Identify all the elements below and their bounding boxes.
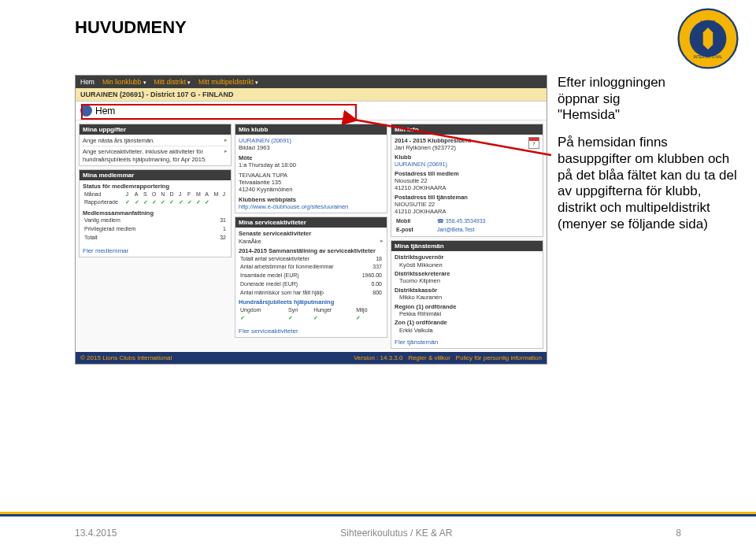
panel-mina-medlemmar: Mina medlemmar — [80, 170, 231, 180]
blue-navbar: Hem Min lionklubb Mitt distrikt Mitt mul… — [76, 76, 547, 88]
klubb-label: Klubb — [395, 154, 411, 161]
footer-date: 13.4.2015 — [75, 528, 117, 539]
mote-venue: TEIVAALAN TUPA — [239, 172, 384, 179]
embedded-screenshot: Hem Min lionklubb Mitt distrikt Mitt mul… — [75, 75, 547, 365]
fler-medlemmar-link[interactable]: Fler medlemmar — [80, 245, 231, 257]
regler-link[interactable]: Regler & villkor — [408, 354, 450, 361]
mote-tid: 1:a Thursday at 18:00 — [239, 161, 384, 168]
samm-label: 2014-2015 Sammanställning av serviceakti… — [239, 247, 376, 254]
side-p1-l1: Efter inloggningen — [558, 75, 665, 90]
svg-text:LIONS: LIONS — [700, 19, 715, 24]
task1: Ange nästa års tjänstemän. — [83, 137, 154, 144]
pmed-label: Postadress till medlem — [395, 170, 459, 177]
svg-text:INTERNATIONAL: INTERNATIONAL — [694, 55, 723, 59]
footer-center: Sihteerikoulutus / KE & AR — [340, 528, 452, 539]
nav-dist[interactable]: Mitt distrikt — [154, 78, 191, 86]
pres-label: 2014 - 2015 Klubbpresident — [395, 137, 471, 144]
policy-link[interactable]: Policy för personlig information — [456, 354, 542, 361]
summary-head: Medlemssammanfattning — [83, 209, 154, 217]
hem-label: Hem — [95, 106, 115, 117]
chevron-right-icon[interactable]: ▸ — [224, 137, 228, 144]
calendar-icon[interactable]: 7 — [528, 137, 539, 149]
fler-tjansteman-link[interactable]: Fler tjänstemän — [391, 336, 543, 348]
context-bar: UURAINEN (20691) - District 107 G - FINL… — [76, 88, 547, 102]
panel-mina-uppgifter: Mina uppgifter — [80, 124, 231, 135]
lion-icon — [80, 105, 92, 117]
hem-row: Hem — [76, 102, 547, 120]
nav-hem[interactable]: Hem — [80, 78, 94, 86]
fler-service-link[interactable]: Fler serviceaktiviteter — [235, 325, 387, 337]
web-head: Klubbens webbplats — [239, 196, 296, 203]
task2: Ange serviceaktiviteter, inklusive aktiv… — [83, 148, 222, 163]
pres-val: Jari Rytkönen (923772) — [395, 144, 471, 151]
copy1: © 2015 Lions Clubs International — [80, 354, 172, 361]
web-url[interactable]: http://www.e-clubhouse.org/sites/uuraine… — [239, 203, 384, 210]
panel-tjansteman: Mina tjänstemän — [391, 241, 543, 251]
nav-klubb[interactable]: Min lionklubb — [102, 78, 146, 86]
side-p1-l3: "Hemsida" — [558, 107, 620, 122]
mote-addr2: 41240 Kyynämöinen — [239, 186, 384, 193]
senaste-label: Senaste serviceaktiviteter — [239, 230, 311, 237]
page-footer: 13.4.2015 Sihteerikoulutus / KE & AR 8 — [0, 528, 756, 539]
klubb-name[interactable]: UURAINEN (20691) — [239, 137, 384, 144]
ptj-label: Postadress till tjänsteman — [395, 194, 468, 201]
chevron-right-icon[interactable]: ▸ — [224, 148, 228, 163]
lions-logo: LIONS INTERNATIONAL — [677, 8, 739, 69]
ptj2: 41210 JOKIHAARA — [395, 208, 539, 215]
side-description: Efter inloggningen öppnar sig "Hemsida" … — [558, 75, 739, 233]
footer-page: 8 — [676, 528, 681, 539]
pmed2: 41210 JOKIHAARA — [395, 184, 539, 191]
pmed1: Niousutie 22 — [395, 177, 539, 184]
version: Version : 14.3.3.0 — [354, 354, 402, 361]
panel-min-klubb: Min klubb — [235, 124, 387, 135]
embedded-footer: © 2015 Lions Clubs International Version… — [76, 352, 547, 364]
side-p1-l2: öppnar sig — [558, 91, 620, 106]
klubb-val[interactable]: UURAINEN (20691) — [395, 161, 539, 168]
nav-multi[interactable]: Mitt multipeldistrikt — [198, 78, 258, 86]
mote-addr1: Teivaalantie 135 — [239, 179, 384, 186]
side-p2: På hemsidan finns basuppgifter om klubbe… — [558, 135, 739, 232]
mote-label: Möte — [239, 154, 253, 161]
panel-min-info: Min info — [391, 124, 543, 135]
chevron-right-icon[interactable]: ▸ — [380, 238, 384, 245]
ptj1: NIOUSUTIE 22 — [395, 201, 539, 208]
service-item1: KaraÅke — [239, 238, 261, 245]
hjalp-label: Hundraårsjubileets hjälputmaning — [239, 298, 334, 305]
brand-stripe — [0, 512, 756, 517]
panel-service: Mina serviceaktiviteter — [235, 217, 387, 228]
klubb-bildad: Bildad 1963 — [239, 144, 384, 151]
page-title: HUVUDMENY — [75, 17, 187, 38]
status-label: Status för medlemrapportering — [83, 183, 169, 190]
